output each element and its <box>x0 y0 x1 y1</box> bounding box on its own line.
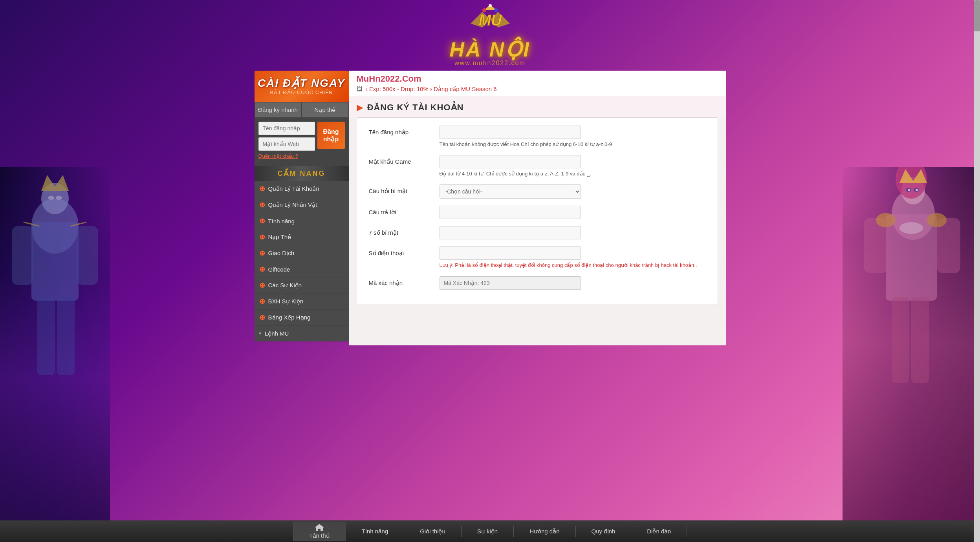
username-input[interactable] <box>258 122 315 135</box>
svg-text:MU: MU <box>478 12 502 29</box>
sidebar-item-su-kien[interactable]: ⊕ Các Sự Kiện <box>255 277 349 294</box>
form-label-answer: Câu trả lời <box>369 206 432 216</box>
scrollbar-thumb[interactable] <box>974 0 980 31</box>
nav-label-tinh-nang: Tính năng <box>362 528 388 535</box>
plus-icon: ⊕ <box>259 297 265 306</box>
sidebar-item-giao-dich[interactable]: ⊕ Giao Dịch <box>255 245 349 261</box>
nav-item-gioi-thieu[interactable]: Giới thiệu <box>404 526 462 537</box>
phone-input[interactable] <box>440 246 581 260</box>
svg-point-32 <box>489 4 492 7</box>
menu-label: Bảng Xếp Hạng <box>268 314 311 321</box>
sidebar-menu: ⊕ Quản Lý Tài Khoản ⊕ Quản Lý Nhân Vật ⊕… <box>255 181 349 341</box>
menu-label: Nạp Thẻ <box>268 234 291 241</box>
login-form-row: Quên mật khẩu ? Đăngnhập <box>258 122 345 162</box>
form-row-answer: Câu trả lời <box>369 206 706 219</box>
form-label-captcha: Mã xác nhận <box>369 276 432 287</box>
plus-icon: ⊕ <box>259 184 265 193</box>
cam-nang-title: CẨM NANG <box>255 166 349 181</box>
form-row-captcha: Mã xác nhận <box>369 276 706 290</box>
sidebar-item-nap-the[interactable]: ⊕ Nạp Thẻ <box>255 229 349 245</box>
sidebar-item-quan-ly-nhan-vat[interactable]: ⊕ Quản Lý Nhân Vật <box>255 197 349 213</box>
sidebar-item-giftcode[interactable]: ⊕ Giftcode <box>255 261 349 277</box>
site-title: MuHn2022.Com <box>357 74 718 84</box>
nav-label-huong-dan: Hướng dẫn <box>529 528 559 535</box>
nav-item-su-kien[interactable]: Sự kiện <box>462 526 514 537</box>
nav-item-home[interactable]: Tân thủ <box>293 522 346 541</box>
form-label-password: Mật khẩu Game <box>369 155 432 165</box>
section-arrow-icon: ▶ <box>357 102 363 113</box>
sidebar-item-quan-ly-tai-khoan[interactable]: ⊕ Quản Lý Tài Khoản <box>255 181 349 197</box>
sidebar-item-tinh-nang[interactable]: ⊕ Tính năng <box>255 213 349 229</box>
breadcrumb-item-1[interactable]: Exp: 500x - Drop: 10% <box>369 86 429 92</box>
plus-icon: ⊕ <box>259 281 265 290</box>
register-username-input[interactable] <box>440 126 581 139</box>
plus-icon: ⊕ <box>259 201 265 209</box>
registration-form: Tên đăng nhập Tên tài khoản không được v… <box>357 117 718 305</box>
sidebar-tabs: Đăng ký nhanh Nạp thẻ <box>255 102 349 118</box>
password-input[interactable] <box>258 137 315 151</box>
section-header: ▶ ĐĂNG KÝ TÀI KHOẢN <box>349 96 726 117</box>
scrollbar[interactable] <box>974 0 980 542</box>
breadcrumb-separator2: › <box>430 86 434 92</box>
plus-icon: ⊕ <box>259 233 265 241</box>
secret-answer-input[interactable] <box>440 206 581 219</box>
form-label-7digits: 7 số bí mật <box>369 226 432 236</box>
minus-icon: ▪ <box>259 329 262 338</box>
menu-label: Quản Lý Tài Khoản <box>268 185 319 192</box>
nav-item-tinh-nang[interactable]: Tính năng <box>346 526 405 537</box>
sidebar-item-bang-xep-hang[interactable]: ⊕ Bảng Xếp Hạng <box>255 310 349 326</box>
form-field-captcha <box>440 276 706 290</box>
install-subtitle: BẮT ĐẦU CUỘC CHIẾN <box>270 89 333 95</box>
username-hint: Tên tài khoản không được viết Hoa Chỉ ch… <box>440 141 706 148</box>
section-title: ĐĂNG KÝ TÀI KHOẢN <box>367 102 464 113</box>
plus-icon: ⊕ <box>259 217 265 225</box>
breadcrumb: 🖼 › Exp: 500x - Drop: 10% › Đẳng cấp MU … <box>357 86 718 93</box>
nav-label-dien-dan: Diễn đàn <box>647 528 671 535</box>
sidebar-item-bxh-su-kien[interactable]: ⊕ BXH Sự Kiện <box>255 294 349 310</box>
plus-icon: ⊕ <box>259 265 265 274</box>
main-container: MU HÀ NỘI www.muhn2022.com CÀI ĐẶT NGAY … <box>0 0 980 542</box>
menu-label: BXH Sự Kiện <box>268 298 304 305</box>
forgot-password-link[interactable]: Quên mật khẩu ? <box>258 153 315 159</box>
nav-label-home: Tân thủ <box>309 532 330 539</box>
breadcrumb-bar: MuHn2022.Com 🖼 › Exp: 500x - Drop: 10% ›… <box>349 71 726 96</box>
logo-icon: MU <box>467 4 514 43</box>
nav-label-su-kien: Sự kiện <box>477 528 498 535</box>
install-title: CÀI ĐẶT NGAY <box>258 77 345 89</box>
tab-nap-the[interactable]: Nạp thẻ <box>302 102 349 118</box>
logo-title: HÀ NỘI <box>449 39 531 60</box>
form-label-phone: Số điện thoại <box>369 246 432 257</box>
home-icon <box>315 524 324 531</box>
phone-hint: Lưu ý: Phải là số điện thoại thật, tuyệt… <box>440 262 706 269</box>
breadcrumb-item-2[interactable]: Đẳng cấp MU Season 6 <box>434 86 497 92</box>
content-area: CÀI ĐẶT NGAY BẮT ĐẦU CUỘC CHIẾN Đăng ký … <box>255 71 726 345</box>
form-label-secret-question: Câu hỏi bí mật <box>369 184 432 195</box>
menu-label: Tính năng <box>268 218 295 224</box>
form-label-username: Tên đăng nhập <box>369 126 432 136</box>
form-row-phone: Số điện thoại Lưu ý: Phải là số điện tho… <box>369 246 706 269</box>
form-row-password: Mật khẩu Game Độ dài từ 4-10 kí tự. Chỉ … <box>369 155 706 177</box>
sidebar: CÀI ĐẶT NGAY BẮT ĐẦU CUỘC CHIẾN Đăng ký … <box>255 71 349 345</box>
install-banner[interactable]: CÀI ĐẶT NGAY BẮT ĐẦU CUỘC CHIẾN <box>255 71 349 102</box>
svg-point-33 <box>482 8 486 12</box>
breadcrumb-separator: › <box>366 86 369 92</box>
logo-container: MU HÀ NỘI www.muhn2022.com <box>449 4 531 67</box>
home-breadcrumb-icon: 🖼 <box>357 86 363 92</box>
sidebar-item-lenh-mu[interactable]: ▪ Lệnh MU <box>255 326 349 341</box>
register-password-input[interactable] <box>440 155 581 168</box>
menu-label: Quản Lý Nhân Vật <box>268 201 317 208</box>
secret-7digits-input[interactable] <box>440 226 581 239</box>
login-button[interactable]: Đăngnhập <box>317 122 345 149</box>
nav-item-quy-dinh[interactable]: Quy định <box>576 526 632 537</box>
tab-dang-ky[interactable]: Đăng ký nhanh <box>255 102 302 118</box>
captcha-input[interactable] <box>440 276 581 290</box>
form-row-7digits: 7 số bí mật <box>369 226 706 239</box>
form-row-username: Tên đăng nhập Tên tài khoản không được v… <box>369 126 706 148</box>
nav-label-gioi-thieu: Giới thiệu <box>420 528 445 535</box>
secret-question-select[interactable]: -Chọn câu hỏi- <box>440 184 581 199</box>
form-field-secret-question: -Chọn câu hỏi- <box>440 184 706 199</box>
plus-icon: ⊕ <box>259 249 265 257</box>
nav-item-huong-dan[interactable]: Hướng dẫn <box>514 526 575 537</box>
menu-label: Các Sự Kiện <box>268 282 302 289</box>
nav-item-dien-dan[interactable]: Diễn đàn <box>631 526 687 537</box>
